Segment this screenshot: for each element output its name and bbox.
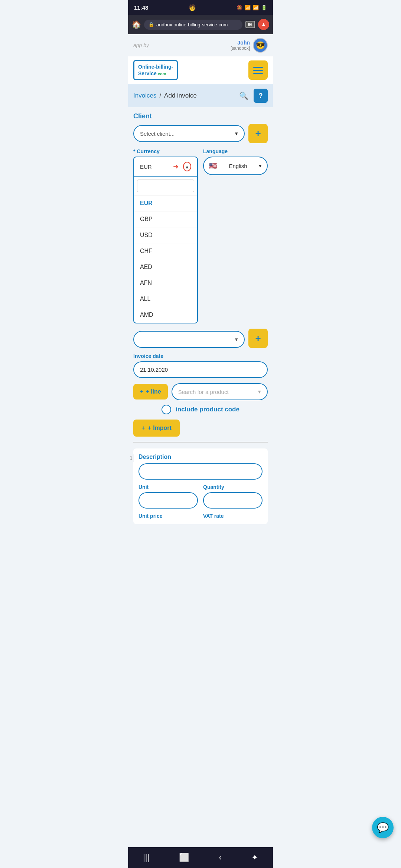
quantity-label: Quantity	[203, 484, 263, 490]
breadcrumb-bar: Invoices / Add invoice 🔍 ?	[128, 84, 273, 107]
client-row: Select client... ▾ +	[133, 124, 268, 143]
url-bar[interactable]: 🔒 andbox.online-billing-service.com	[144, 20, 242, 30]
add-invoice-number-button[interactable]: +	[248, 329, 268, 348]
app-top-bar: app by John [sandbox] 😎	[128, 34, 273, 56]
unit-group: Unit	[138, 484, 198, 509]
include-product-code-radio[interactable]	[162, 405, 171, 414]
breadcrumb: Invoices / Add invoice	[133, 92, 197, 99]
browser-home-button[interactable]: 🏠	[132, 20, 141, 29]
chevron-down-icon-prod: ▾	[258, 388, 261, 395]
line-item-section: 1 Description Unit Quantity Unit price V…	[133, 448, 268, 524]
quantity-group: Quantity	[203, 484, 263, 509]
mute-icon: 🔕	[237, 5, 242, 10]
include-product-code-label: include product code	[176, 406, 239, 413]
currency-language-row: * Currency EUR ➜ ▴ EUR GBP USD	[133, 148, 268, 323]
vat-rate-label: VAT rate	[203, 513, 263, 519]
menu-line-3	[253, 73, 263, 74]
breadcrumb-invoices-link[interactable]: Invoices	[133, 92, 156, 99]
quantity-input[interactable]	[203, 492, 263, 509]
flag-icon: 🇺🇸	[209, 162, 217, 170]
add-line-button[interactable]: + + line	[133, 384, 168, 400]
client-placeholder: Select client...	[140, 131, 175, 137]
app-by-label: app by	[133, 42, 149, 48]
product-search-placeholder: Search for a product	[178, 389, 229, 395]
plus-icon: +	[140, 388, 143, 395]
currency-option-afn[interactable]: AFN	[134, 275, 197, 291]
unit-label: Unit	[138, 484, 198, 490]
status-icons: 🔕 📶 📶 🔋	[237, 5, 267, 10]
breadcrumb-separator: /	[159, 92, 161, 99]
add-line-row: + + line Search for a product ▾	[133, 383, 268, 400]
currency-option-aed[interactable]: AED	[134, 259, 197, 275]
chevron-down-icon: ▾	[235, 130, 238, 137]
unit-input[interactable]	[138, 492, 198, 509]
currency-option-chf[interactable]: CHF	[134, 243, 197, 259]
chevron-up-icon: ▴	[183, 162, 191, 171]
user-info: John [sandbox] 😎	[231, 38, 268, 53]
currency-option-eur[interactable]: EUR	[134, 195, 197, 211]
main-content: Client Select client... ▾ + * Currency E…	[128, 107, 273, 555]
add-line-label: + line	[146, 388, 161, 395]
invoice-number-col: ▾	[133, 331, 245, 348]
currency-search-input[interactable]	[137, 180, 194, 192]
unit-quantity-row: Unit Quantity	[138, 484, 263, 509]
help-button[interactable]: ?	[254, 89, 268, 103]
user-tag: [sandbox]	[231, 46, 250, 51]
currency-selected: EUR	[140, 164, 152, 170]
lock-icon: 🔒	[149, 22, 154, 27]
currency-option-amd[interactable]: AMD	[134, 307, 197, 323]
status-bar: 11:48 🧑 🔕 📶 📶 🔋	[128, 0, 273, 15]
invoice-date-input[interactable]	[133, 361, 268, 378]
currency-label: * Currency	[133, 148, 198, 154]
hamburger-menu-button[interactable]	[248, 60, 268, 80]
language-selected: English	[229, 163, 247, 169]
invoice-row: ▾ +	[133, 329, 268, 348]
breadcrumb-current: Add invoice	[164, 92, 197, 99]
add-client-button[interactable]: +	[248, 124, 268, 143]
invoice-number-select[interactable]: ▾	[133, 331, 245, 348]
include-product-code-row: include product code	[133, 405, 268, 414]
search-button[interactable]: 🔍	[237, 89, 251, 103]
divider	[133, 442, 268, 443]
status-time: 11:48	[134, 4, 148, 11]
avatar: 😎	[253, 38, 268, 53]
chevron-down-icon-inv: ▾	[235, 336, 238, 343]
status-avatar-icon: 🧑	[189, 4, 196, 11]
url-text: andbox.online-billing-service.com	[156, 22, 228, 27]
currency-col: * Currency EUR ➜ ▴ EUR GBP USD	[133, 148, 198, 323]
currency-trigger[interactable]: EUR ➜ ▴	[133, 157, 198, 177]
nav-spacer	[133, 524, 268, 550]
menu-line-1	[253, 67, 263, 68]
user-name: John	[231, 40, 250, 46]
logo: Online-billing-Service.com	[133, 60, 178, 80]
currency-option-all[interactable]: ALL	[134, 291, 197, 307]
currency-dropdown-panel: EUR GBP USD CHF AED AFN ALL AMD	[133, 177, 198, 323]
red-arrow-icon: ➜	[173, 162, 179, 171]
import-button[interactable]: + + Import	[133, 420, 180, 437]
currency-option-gbp[interactable]: GBP	[134, 211, 197, 227]
import-plus-icon: +	[141, 425, 145, 431]
language-label: Language	[203, 148, 268, 154]
currency-search-row	[134, 177, 197, 195]
client-section-title: Client	[133, 112, 268, 120]
upload-button[interactable]: ▲	[258, 19, 269, 30]
invoice-date-label: Invoice date	[133, 353, 268, 359]
breadcrumb-actions: 🔍 ?	[237, 89, 268, 103]
language-select[interactable]: 🇺🇸 English ▾	[203, 157, 268, 175]
wifi-icon: 📶	[245, 5, 251, 10]
language-col: Language 🇺🇸 English ▾	[203, 148, 268, 323]
chevron-down-icon-lang: ▾	[259, 162, 262, 169]
currency-option-usd[interactable]: USD	[134, 227, 197, 243]
product-search-dropdown[interactable]: Search for a product ▾	[172, 383, 268, 400]
user-name-block: John [sandbox]	[231, 40, 250, 51]
import-label: + Import	[148, 425, 172, 431]
logo-com: .com	[157, 72, 166, 76]
battery-icon: 🔋	[261, 5, 267, 10]
description-label: Description	[138, 454, 263, 460]
description-input[interactable]	[138, 463, 263, 480]
unit-price-label: Unit price	[138, 513, 198, 519]
browser-bar: 🏠 🔒 andbox.online-billing-service.com 66…	[128, 15, 273, 34]
menu-line-2	[253, 70, 263, 71]
tabs-button[interactable]: 66	[245, 21, 255, 28]
client-select[interactable]: Select client... ▾	[133, 125, 245, 142]
